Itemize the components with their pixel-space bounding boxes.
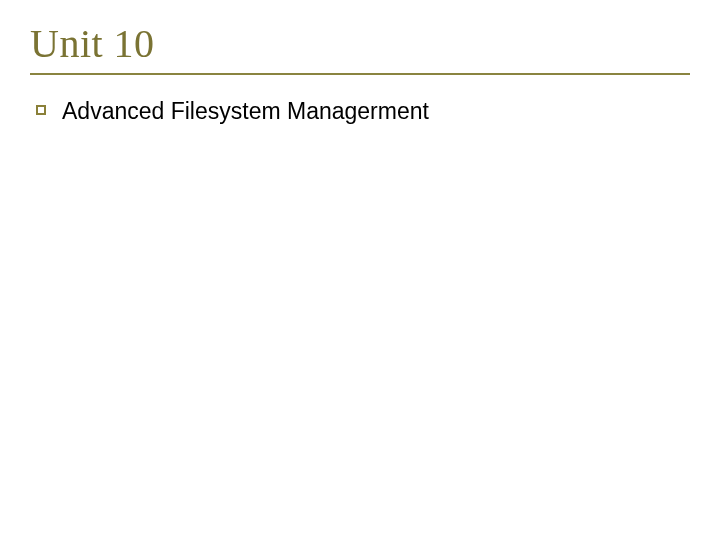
slide: Unit 10 Advanced Filesystem Managerment [0, 0, 720, 540]
bullet-item: Advanced Filesystem Managerment [30, 97, 690, 127]
bullet-text: Advanced Filesystem Managerment [62, 97, 429, 127]
slide-title: Unit 10 [30, 20, 690, 67]
square-bullet-icon [36, 105, 46, 115]
title-underline [30, 73, 690, 75]
